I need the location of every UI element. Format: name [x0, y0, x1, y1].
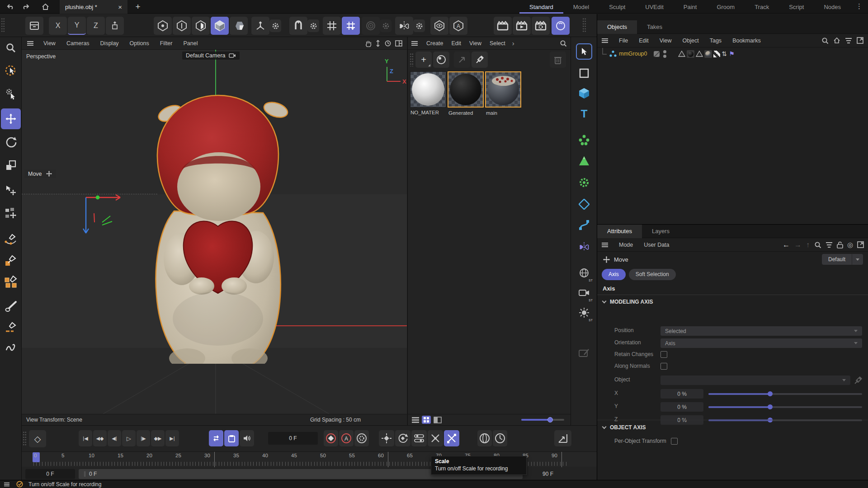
history-forward-icon[interactable]: → — [794, 241, 802, 249]
polygons-mode-button[interactable] — [192, 17, 210, 35]
palette-text-button[interactable]: T — [576, 106, 592, 122]
palette-rectangle-button[interactable] — [576, 65, 592, 81]
toolbar-grip-right[interactable] — [582, 18, 586, 33]
undo-button[interactable] — [5, 1, 17, 13]
palette-cube-button[interactable] — [576, 85, 592, 101]
objects-home-icon[interactable] — [833, 37, 840, 44]
range-start-field[interactable]: 0 F — [25, 469, 75, 479]
objects-menu-object[interactable]: Object — [677, 38, 704, 44]
next-key-button[interactable]: ◆▶ — [151, 430, 165, 446]
tag-uv-icon[interactable] — [713, 51, 720, 57]
track-icon[interactable]: ◎ — [847, 241, 853, 249]
palette-effector-button[interactable] — [576, 174, 592, 191]
materials-grid-view-icon[interactable] — [422, 416, 431, 424]
layout-tab-standard[interactable]: Standard — [519, 0, 563, 14]
autokeying-button[interactable]: A — [339, 430, 354, 446]
viewport-menu-options[interactable]: Options — [124, 40, 155, 47]
view-name-label[interactable]: Perspective — [26, 53, 56, 60]
tag-triangle-icon[interactable] — [678, 51, 685, 57]
palette-select-button[interactable] — [576, 43, 592, 60]
attributes-menu-mode[interactable]: Mode — [613, 242, 638, 248]
quantize-button[interactable] — [342, 17, 360, 35]
play-range-button[interactable] — [224, 430, 239, 446]
palette-deformer-button[interactable] — [576, 217, 592, 233]
object-name[interactable]: mmGroup0 — [619, 51, 647, 57]
materials-menu-select[interactable]: Select — [486, 40, 509, 47]
tag-material-main-icon[interactable] — [704, 50, 712, 58]
attributes-detach-icon[interactable] — [857, 241, 864, 248]
range-end-field[interactable]: 90 F — [530, 469, 566, 479]
tag-material-black-icon[interactable] — [687, 50, 694, 58]
lock-x-axis-button[interactable]: X — [49, 17, 67, 35]
keyframe-presets-button[interactable] — [477, 430, 492, 446]
keying-settings-button[interactable] — [354, 430, 369, 446]
palette-field-button[interactable] — [576, 196, 592, 212]
viewport-menu-filter[interactable]: Filter — [155, 40, 178, 47]
tweak-tool-button[interactable] — [2, 84, 20, 104]
palette-camera-st-button[interactable]: ST — [576, 285, 592, 301]
viewport-menu-icon[interactable] — [27, 43, 33, 44]
goto-end-button[interactable]: ▶| — [165, 430, 179, 446]
palette-light-st-button[interactable]: ST — [576, 305, 592, 321]
move-tool-button[interactable] — [1, 108, 21, 129]
viewport-solo-button[interactable] — [430, 17, 448, 35]
home-button[interactable] — [39, 1, 52, 13]
lock-z-axis-button[interactable]: Z — [87, 17, 105, 35]
attributes-filter-icon[interactable] — [826, 242, 833, 248]
record-parameter-toggle[interactable] — [411, 430, 427, 446]
materials-grip[interactable] — [410, 53, 414, 66]
symmetry-button[interactable] — [395, 17, 413, 35]
model-mode-button[interactable] — [211, 17, 229, 35]
sketch-spline-tool-button[interactable] — [2, 251, 20, 270]
objects-menu-tags[interactable]: Tags — [704, 38, 727, 44]
viewport-menu-cameras[interactable]: Cameras — [61, 40, 95, 47]
materials-menu-create[interactable]: Create — [422, 40, 448, 47]
viewport-layout-toggle-icon[interactable] — [395, 40, 402, 47]
playback-settings-button[interactable] — [493, 430, 507, 446]
new-tab-button[interactable]: + — [132, 1, 144, 13]
layout-tab-groom[interactable]: Groom — [707, 0, 745, 14]
render-view-button[interactable] — [494, 17, 512, 35]
objects-search-icon[interactable] — [821, 37, 829, 44]
preset-dropdown-arrow[interactable] — [852, 254, 863, 265]
find-tool-button[interactable] — [2, 39, 20, 57]
record-rotation-toggle[interactable] — [395, 430, 410, 446]
viewport-dolly-icon[interactable] — [375, 40, 381, 47]
lock-icon[interactable] — [837, 241, 843, 249]
snap-settings-gear-icon[interactable] — [307, 19, 319, 32]
viewport-menu-panel[interactable]: Panel — [178, 40, 203, 47]
record-scale-toggle[interactable] — [444, 430, 459, 446]
retain-changes-checkbox[interactable] — [660, 351, 667, 358]
object-row-mmgroup0[interactable]: mmGroup0 ⇅ ⚑ — [597, 47, 868, 60]
modeling-axis-header[interactable]: MODELING AXIS — [597, 295, 868, 309]
record-pla-toggle[interactable] — [428, 430, 443, 446]
tag-updown-icon[interactable]: ⇅ — [722, 50, 727, 57]
snap-button[interactable] — [289, 17, 307, 35]
material-item[interactable]: NO_MATER — [410, 71, 446, 108]
add-material-button[interactable]: + — [415, 52, 432, 68]
live-selection-tool-button[interactable] — [2, 61, 20, 80]
objects-menu-view[interactable]: View — [654, 38, 677, 44]
pick-material-button[interactable] — [472, 52, 488, 68]
tab-attributes[interactable]: Attributes — [597, 225, 642, 238]
material-item[interactable]: main — [485, 71, 521, 108]
preset-dropdown[interactable]: Default — [822, 254, 852, 265]
scale-tool-button[interactable] — [2, 155, 20, 175]
current-frame-field[interactable]: 0 F — [268, 432, 318, 445]
palette-cloner-button[interactable] — [576, 132, 592, 148]
objects-filter-icon[interactable] — [845, 38, 852, 43]
palette-fracture-button[interactable] — [576, 153, 592, 169]
tag-flag-icon[interactable]: ⚑ — [729, 50, 735, 57]
points-mode-button[interactable] — [154, 17, 172, 35]
auto-solo-button[interactable]: A — [449, 17, 467, 35]
history-back-icon[interactable]: ← — [783, 241, 790, 249]
spline-sketch-icon-button[interactable] — [2, 338, 20, 357]
sound-button[interactable] — [240, 430, 254, 446]
prev-frame-button[interactable]: ◀| — [108, 430, 121, 446]
material-preview-size-slider[interactable] — [521, 419, 564, 421]
falloff-settings-gear-icon[interactable] — [380, 19, 392, 32]
polygon-pen-tool-button[interactable] — [2, 271, 20, 292]
apply-material-button[interactable] — [454, 52, 470, 68]
materials-menu-edit[interactable]: Edit — [448, 40, 466, 47]
attributes-menu-icon[interactable] — [602, 244, 608, 245]
